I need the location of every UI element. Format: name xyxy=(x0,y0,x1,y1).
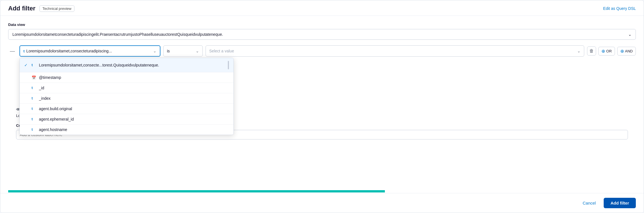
data-view-label: Data view xyxy=(8,23,636,27)
circle-plus-icon: ⊕ xyxy=(620,48,624,54)
chart-bar xyxy=(8,190,636,192)
delete-filter-button[interactable]: 🗑 xyxy=(587,46,596,56)
dropdown-item[interactable]: t agent.ephemeral_id xyxy=(20,114,233,125)
item-type-icon: t xyxy=(32,86,36,90)
data-view-value: Loremipsumdolorsitametconsecteturadipisc… xyxy=(12,32,223,37)
filter-row: — t Loremipsumdolorsitamet,consecteturad… xyxy=(8,45,636,57)
item-type-calendar-icon: 📅 xyxy=(32,76,36,80)
item-label: agent.build.original xyxy=(39,106,229,111)
dropdown-item[interactable]: t _id xyxy=(20,83,233,93)
header-left: Add filter Technical preview xyxy=(8,5,74,12)
dropdown-item[interactable]: ✓ t Loremipsumdolorsitamet,consecte...to… xyxy=(20,58,233,72)
item-type-icon: t xyxy=(32,107,36,111)
minus-icon: — xyxy=(10,48,15,54)
item-label: _index xyxy=(39,96,229,101)
trash-icon: 🗑 xyxy=(589,48,594,54)
add-filter-button[interactable]: Add filter xyxy=(604,198,636,208)
field-type-icon: t xyxy=(23,49,25,53)
item-label: @timestamp xyxy=(39,75,229,80)
operator-chevron-icon: ⌄ xyxy=(196,49,199,53)
field-chevron-icon: ⌄ xyxy=(153,49,156,53)
filter-actions: 🗑 ⊕ OR ⊕ AND xyxy=(587,45,636,57)
circle-plus-icon: ⊕ xyxy=(601,48,605,54)
field-select[interactable]: t Loremipsumdolorsitamet,consecteturadip… xyxy=(19,45,160,57)
or-button[interactable]: ⊕ OR xyxy=(598,47,615,56)
operator-text: is xyxy=(167,49,194,53)
item-type-icon: t xyxy=(32,117,36,121)
value-chevron-icon: ⌄ xyxy=(577,49,581,53)
value-select[interactable]: Select a value ⌄ xyxy=(206,45,584,57)
item-type-icon: t xyxy=(32,128,36,132)
check-icon: ✓ xyxy=(24,63,29,67)
item-label: _id xyxy=(39,86,229,90)
and-button[interactable]: ⊕ AND xyxy=(617,47,636,56)
add-filter-modal: Add filter Technical preview Edit as Que… xyxy=(0,0,644,213)
chart-bar-area xyxy=(0,190,644,192)
edit-query-link[interactable]: Edit as Query DSL xyxy=(603,6,636,11)
field-dropdown: ✓ t Loremipsumdolorsitamet,consecte...to… xyxy=(19,58,234,135)
item-label: Loremipsumdolorsitamet,consecte...torest… xyxy=(39,63,225,67)
and-label: AND xyxy=(625,49,633,53)
field-select-wrapper: t Loremipsumdolorsitamet,consecteturadip… xyxy=(19,45,160,57)
chevron-down-icon: ⌄ xyxy=(628,32,632,37)
modal-header: Add filter Technical preview Edit as Que… xyxy=(0,0,644,16)
item-type-icon: t xyxy=(32,96,36,100)
operator-select[interactable]: is ⌄ xyxy=(163,45,203,57)
dropdown-item[interactable]: t agent.hostname xyxy=(20,125,233,135)
filter-minus-button[interactable]: — xyxy=(8,45,17,57)
dropdown-item[interactable]: t agent.build.original xyxy=(20,104,233,114)
data-view-select[interactable]: Loremipsumdolorsitametconsecteturadipisc… xyxy=(8,29,636,40)
tech-preview-badge: Technical preview xyxy=(39,5,75,12)
or-label: OR xyxy=(606,49,612,53)
item-label: agent.hostname xyxy=(39,127,229,132)
scrollbar-indicator xyxy=(228,61,229,69)
value-placeholder: Select a value xyxy=(209,49,575,53)
dropdown-item[interactable]: t _index xyxy=(20,93,233,104)
field-name-text: Loremipsumdolorsitamet,consecteturadipis… xyxy=(26,49,151,53)
dropdown-item[interactable]: 📅 @timestamp xyxy=(20,72,233,83)
modal-body: Data view Loremipsumdolorsitametconsecte… xyxy=(0,16,644,146)
modal-footer: Cancel Add filter xyxy=(0,193,644,213)
cancel-button[interactable]: Cancel xyxy=(578,198,600,208)
item-type-icon: t xyxy=(32,63,36,67)
modal-title: Add filter xyxy=(8,5,36,12)
item-label: agent.ephemeral_id xyxy=(39,117,229,121)
